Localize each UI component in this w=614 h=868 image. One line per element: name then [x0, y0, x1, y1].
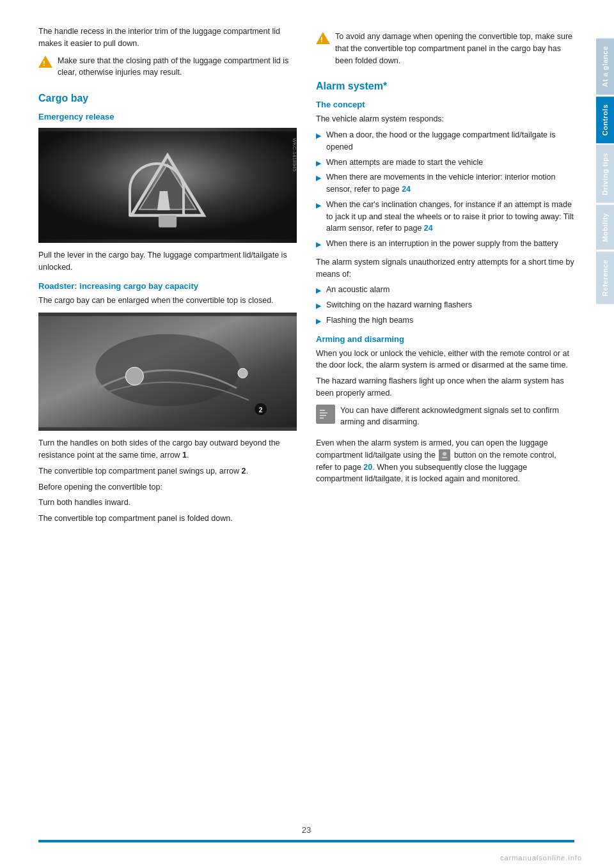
cargo-capacity-image: 2	[38, 313, 297, 431]
intro-text: The handle recess in the interior trim o…	[38, 26, 297, 50]
arrow-number-1: 1	[182, 451, 187, 460]
cargo-bay-heading: Cargo bay	[38, 93, 297, 104]
concept-items-list: ▶ When a door, the hood or the luggage c…	[316, 129, 574, 250]
svg-point-14	[443, 452, 446, 456]
signal-arrow-3: ▶	[316, 316, 322, 327]
before-opening: Before opening the convertible top:	[38, 481, 297, 493]
emergency-release-image: WKC-1418945	[38, 128, 297, 243]
arming-text-3: Even when the alarm system is armed, you…	[316, 437, 574, 485]
note-box: You can have different acknowledgment si…	[316, 405, 574, 433]
roadster-step-2: The convertible top compartment panel is…	[38, 513, 297, 525]
roadster-text: The cargo bay can be enlarged when the c…	[38, 295, 297, 307]
svg-rect-1	[159, 215, 177, 228]
signal-item-1: ▶ An acoustic alarm	[316, 284, 574, 296]
svg-rect-11	[320, 415, 326, 416]
bullet-arrow-2: ▶	[316, 158, 322, 169]
arming-text-2: The hazard warning flashers light up onc…	[316, 375, 574, 399]
cargo-capacity-svg: 2	[38, 313, 297, 431]
sidebar-tab-driving-tips[interactable]: Driving tips	[596, 145, 614, 203]
sidebar-tab-mobility[interactable]: Mobility	[596, 205, 614, 250]
concept-item-1: ▶ When a door, the hood or the luggage c…	[316, 129, 574, 153]
bullet-arrow-4: ▶	[316, 200, 322, 211]
emergency-release-caption: Pull the lever in the cargo bay. The lug…	[38, 249, 297, 274]
svg-rect-8	[317, 406, 334, 422]
concept-heading: The concept	[316, 100, 574, 109]
concept-item-4: ▶ When the car's inclination changes, fo…	[316, 199, 574, 235]
roadster-step-1: Turn both handles inward.	[38, 497, 297, 509]
svg-rect-10	[320, 412, 327, 414]
concept-item-2-text: When attempts are made to start the vehi…	[326, 157, 483, 169]
bullet-arrow-3: ▶	[316, 173, 322, 183]
svg-text:2: 2	[259, 407, 263, 414]
alarm-system-heading: Alarm system*	[316, 81, 574, 92]
roadster-caption-2: The convertible top compartment panel sw…	[38, 465, 297, 477]
page-number: 23	[38, 825, 574, 835]
emergency-release-heading: Emergency release	[38, 112, 297, 121]
sidebar: At a glance Controls Driving tips Mobili…	[587, 0, 614, 868]
warning-text-2: To avoid any damage when opening the con…	[335, 31, 574, 66]
note-icon	[316, 405, 335, 424]
signals-list: ▶ An acoustic alarm ▶ Switching on the h…	[316, 284, 574, 326]
signal-arrow-2: ▶	[316, 300, 322, 311]
svg-rect-15	[442, 457, 447, 458]
image-watermark-1: WKC-1418945	[292, 138, 297, 171]
emergency-release-svg	[38, 128, 297, 243]
roadster-heading: Roadster: increasing cargo bay capacity	[38, 281, 297, 291]
remote-button-icon	[439, 449, 450, 461]
signal-item-2: ▶ Switching on the hazard warning flashe…	[316, 299, 574, 311]
concept-item-5: ▶ When there is an interruption in the p…	[316, 238, 574, 250]
arrow-number-2: 2	[242, 467, 246, 476]
warning-box-1: Make sure that the closing path of the l…	[38, 55, 297, 83]
sidebar-tab-controls[interactable]: Controls	[596, 97, 614, 143]
signal-1-text: An acoustic alarm	[326, 284, 390, 296]
left-column: The handle recess in the interior trim o…	[38, 26, 297, 812]
signal-item-3: ▶ Flashing the high beams	[316, 314, 574, 327]
warning-triangle-icon-2	[316, 31, 330, 45]
arming-heading: Arming and disarming	[316, 334, 574, 344]
bottom-watermark: carmanualsonline.info	[500, 854, 582, 862]
svg-rect-12	[320, 417, 324, 419]
page-link-24a: 24	[402, 185, 411, 194]
right-column: To avoid any damage when opening the con…	[316, 26, 574, 812]
arming-text-1: When you lock or unlock the vehicle, eit…	[316, 348, 574, 372]
page-link-20: 20	[363, 463, 372, 472]
svg-point-4	[125, 368, 143, 385]
concept-item-1-text: When a door, the hood or the luggage com…	[326, 129, 574, 153]
warning-triangle-icon	[38, 55, 52, 69]
concept-item-2: ▶ When attempts are made to start the ve…	[316, 157, 574, 169]
warning-box-2: To avoid any damage when opening the con…	[316, 31, 574, 70]
sidebar-tab-at-a-glance[interactable]: At a glance	[596, 38, 614, 95]
signals-text: The alarm system signals unauthorized en…	[316, 256, 574, 281]
concept-item-3-text: When there are movements in the vehicle …	[326, 171, 574, 196]
concept-item-5-text: When there is an interruption in the pow…	[326, 238, 558, 250]
signal-2-text: Switching on the hazard warning flashers	[326, 299, 472, 311]
warning-text-1: Make sure that the closing path of the l…	[58, 55, 297, 79]
concept-intro: The vehicle alarm system responds:	[316, 113, 574, 125]
bottom-bar	[38, 840, 574, 842]
page-link-24b: 24	[424, 224, 433, 233]
bullet-arrow-1: ▶	[316, 130, 322, 141]
sidebar-tab-reference[interactable]: Reference	[596, 252, 614, 304]
svg-point-5	[238, 369, 248, 378]
note-text: You can have different acknowledgment si…	[340, 405, 574, 429]
svg-rect-9	[320, 410, 325, 411]
signal-arrow-1: ▶	[316, 285, 322, 296]
bullet-arrow-5: ▶	[316, 239, 322, 250]
concept-item-4-text: When the car's inclination changes, for …	[326, 199, 574, 235]
roadster-caption-1: Turn the handles on both sides of the ca…	[38, 437, 297, 461]
concept-item-3: ▶ When there are movements in the vehicl…	[316, 171, 574, 196]
signal-3-text: Flashing the high beams	[326, 314, 413, 327]
